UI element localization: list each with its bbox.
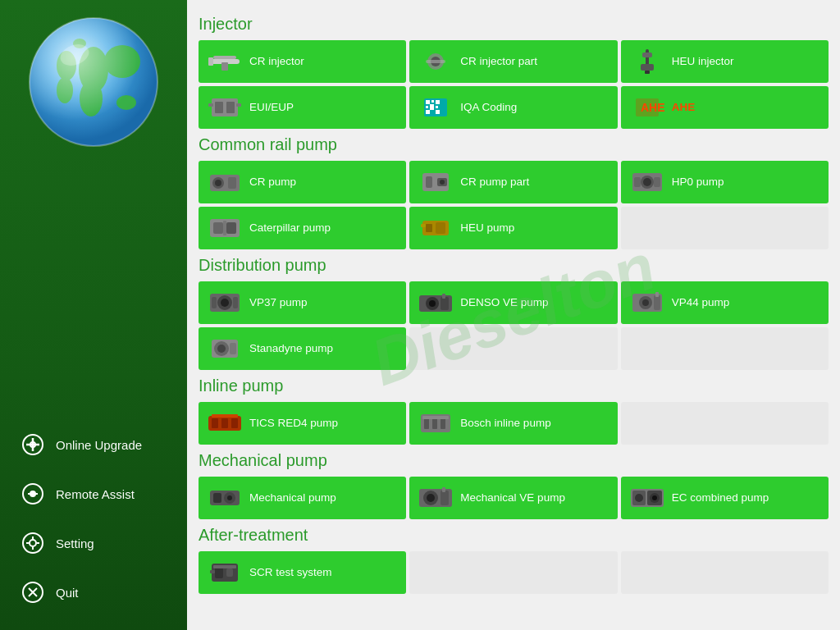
after-treatment-row-1: SCR test system [199, 551, 829, 594]
denso-ve-pump-item[interactable]: DENSO VE pump [409, 281, 617, 324]
mechanical-pump-item[interactable]: Mechanical pump [199, 477, 406, 519]
tics-red4-pump-item[interactable]: TICS RED4 pump [199, 402, 406, 445]
vp44-pump-label: VP44 pump [672, 296, 730, 309]
svg-rect-41 [426, 110, 430, 114]
svg-rect-92 [424, 418, 429, 429]
svg-rect-62 [223, 221, 226, 235]
svg-rect-112 [215, 567, 223, 578]
ec-combined-pump-item[interactable]: EC combined pump [621, 477, 829, 519]
sidebar-item-online-upgrade[interactable]: Online Upgrade [8, 423, 179, 466]
svg-rect-60 [213, 222, 223, 234]
empty-4 [621, 402, 829, 445]
empty-5 [409, 551, 617, 594]
svg-rect-21 [221, 62, 228, 71]
injector-row-1: CR injector CR injector part [199, 40, 829, 83]
sidebar-menu: Online Upgrade Remote Assist Setting [0, 423, 187, 630]
svg-rect-38 [436, 100, 440, 104]
scr-test-system-label: SCR test system [249, 566, 332, 579]
empty-6 [621, 551, 829, 594]
quit-icon [20, 579, 46, 605]
svg-rect-27 [642, 52, 652, 57]
svg-point-56 [643, 178, 651, 186]
sidebar-item-remote-assist[interactable]: Remote Assist [8, 472, 179, 515]
svg-rect-90 [212, 414, 238, 418]
heu-pump-icon [418, 212, 454, 244]
svg-point-53 [440, 180, 445, 185]
section-title-after-treatment: After-treatment [199, 526, 829, 545]
stanadyne-pump-item[interactable]: Stanadyne pump [199, 327, 406, 370]
cr-injector-part-label: CR injector part [460, 55, 537, 68]
cr-pump-item[interactable]: CR pump [199, 161, 406, 203]
heu-pump-label: HEU pump [460, 221, 514, 235]
cr-injector-part-icon [418, 46, 454, 77]
iqa-coding-icon [418, 92, 454, 123]
vp44-pump-item[interactable]: VP44 pump [621, 281, 829, 324]
svg-rect-20 [213, 56, 236, 59]
denso-ve-pump-label: DENSO VE pump [460, 296, 548, 309]
eui-eup-item[interactable]: EUI/EUP [199, 86, 406, 129]
distribution-row-1: VP37 pump DENSO VE pump [199, 281, 829, 324]
cr-pump-part-item[interactable]: CR pump part [409, 161, 617, 203]
svg-rect-16 [23, 533, 43, 553]
svg-rect-49 [228, 177, 236, 189]
setting-label: Setting [56, 536, 94, 550]
svg-rect-33 [208, 103, 213, 107]
svg-rect-95 [422, 416, 449, 419]
tics-red4-pump-icon [207, 408, 243, 439]
svg-text:AHE: AHE [641, 101, 665, 114]
heu-injector-item[interactable]: HEU injector [621, 40, 829, 83]
iqa-coding-item[interactable]: IQA Coding [409, 86, 617, 129]
hp0-pump-label: HP0 pump [672, 176, 724, 189]
vp37-pump-item[interactable]: VP37 pump [199, 281, 406, 324]
mechanical-pump-label: Mechanical pump [249, 491, 336, 504]
eui-eup-icon [207, 92, 243, 123]
caterpillar-pump-label: Caterpillar pump [249, 221, 331, 235]
remote-assist-label: Remote Assist [56, 487, 135, 501]
svg-point-15 [30, 491, 36, 497]
cr-pump-icon [207, 167, 243, 198]
vp37-pump-label: VP37 pump [249, 296, 308, 309]
empty-2 [409, 327, 617, 370]
cr-injector-item[interactable]: CR injector [199, 40, 406, 83]
svg-point-110 [652, 495, 657, 500]
mechanical-ve-pump-item[interactable]: Mechanical VE pump [409, 477, 617, 519]
mechanical-pump-icon [207, 482, 243, 514]
svg-rect-29 [645, 71, 650, 74]
denso-ve-pump-icon [418, 287, 454, 318]
svg-rect-39 [426, 106, 428, 108]
svg-point-48 [215, 180, 221, 186]
caterpillar-pump-item[interactable]: Caterpillar pump [199, 207, 406, 249]
heu-pump-item[interactable]: HEU pump [409, 207, 617, 249]
sidebar-item-setting[interactable]: Setting [8, 522, 179, 564]
svg-rect-115 [210, 570, 215, 573]
cr-pump-label: CR pump [249, 176, 296, 189]
svg-rect-87 [212, 418, 218, 428]
common-rail-row-2: Caterpillar pump HEU pump [199, 207, 829, 249]
svg-rect-89 [231, 418, 238, 428]
svg-rect-34 [236, 103, 241, 107]
section-title-common-rail-pump: Common rail pump [199, 135, 829, 154]
ahe-item[interactable]: AHE AHE [621, 86, 829, 129]
svg-rect-80 [654, 295, 660, 310]
svg-rect-66 [421, 224, 426, 227]
quit-label: Quit [56, 586, 79, 600]
svg-rect-36 [426, 100, 430, 104]
cr-injector-part-item[interactable]: CR injector part [409, 40, 617, 83]
section-title-inline-pump: Inline pump [199, 377, 829, 395]
svg-point-99 [227, 495, 232, 500]
bosch-inline-pump-item[interactable]: Bosch inline pump [409, 402, 617, 445]
sidebar-item-quit[interactable]: Quit [8, 571, 179, 614]
eui-eup-label: EUI/EUP [249, 101, 294, 114]
section-title-mechanical-pump: Mechanical pump [199, 451, 829, 470]
home-icon [20, 431, 46, 458]
common-rail-row-1: CR pump CR pump part [199, 161, 829, 203]
iqa-coding-label: IQA Coding [460, 101, 517, 114]
svg-point-79 [642, 299, 649, 306]
ahe-label: AHE [672, 101, 696, 114]
hp0-pump-item[interactable]: HP0 pump [621, 161, 829, 203]
scr-test-system-item[interactable]: SCR test system [199, 551, 406, 594]
svg-rect-65 [436, 222, 445, 234]
svg-rect-76 [442, 294, 445, 299]
ahe-icon: AHE [629, 92, 665, 123]
svg-rect-97 [213, 493, 221, 503]
